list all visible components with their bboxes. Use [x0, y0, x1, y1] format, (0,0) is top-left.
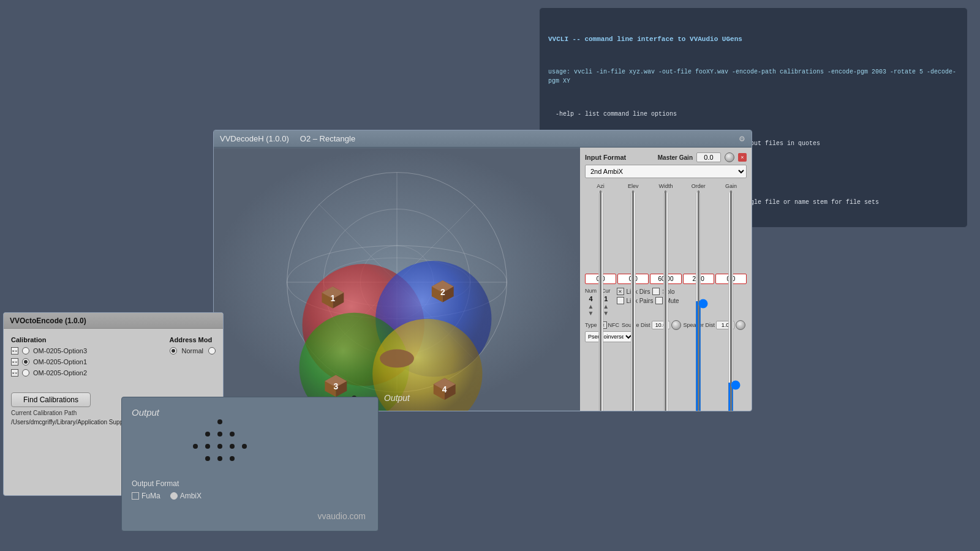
normal-radio[interactable] — [170, 347, 177, 354]
svg-point-54 — [205, 456, 210, 461]
settings-icon[interactable]: ⚙ — [739, 135, 745, 143]
calibration-title: Calibration — [11, 336, 160, 343]
ambix-radio[interactable] — [170, 492, 178, 500]
order-label: Order — [683, 183, 714, 189]
svg-point-56 — [230, 456, 235, 461]
svg-point-53 — [242, 444, 247, 449]
input-format-label: Input Format — [585, 154, 626, 161]
calib-radio-0[interactable] — [22, 347, 29, 354]
elev-label: Elev — [617, 183, 649, 189]
svg-point-49 — [193, 444, 198, 449]
order-slider-track — [683, 190, 714, 411]
svg-text:2: 2 — [440, 287, 445, 297]
svg-point-14 — [380, 350, 414, 368]
alt-radio[interactable] — [208, 347, 216, 354]
ambix-option: AmbiX — [170, 492, 202, 500]
decode-title: VVDecodeH (1.0.0) O2 – Rectangle — [220, 134, 734, 143]
azi-label: Azi — [585, 183, 616, 189]
svg-point-50 — [205, 444, 210, 449]
calib-radio-1[interactable] — [22, 358, 29, 365]
input-format-select[interactable]: 2nd AmbiX 1st AmbiX FuMa — [585, 165, 747, 178]
svg-point-48 — [230, 432, 235, 437]
right-panel: Input Format Master Gain 0.0 × 2nd AmbiX… — [580, 148, 752, 411]
master-gain-label: Master Gain — [658, 154, 693, 161]
encode-titlebar: VVOctoEncode (1.0.0) — [4, 313, 223, 329]
sliders-container — [585, 190, 747, 270]
close-button[interactable]: × — [738, 153, 747, 162]
azi-slider[interactable] — [595, 190, 607, 411]
fuma-option: FuMa — [132, 492, 160, 500]
calib-item-1: × OM-0205-Option1 — [11, 358, 160, 365]
order-slider[interactable] — [692, 190, 704, 411]
calib-radio-2[interactable] — [22, 369, 29, 377]
ambix-label: AmbiX — [180, 492, 202, 500]
decode-body: 1 2 3 — [214, 148, 752, 411]
svg-point-47 — [217, 432, 222, 437]
width-slider-track — [650, 190, 681, 411]
elev-slider-track — [617, 190, 649, 411]
calib-checkbox-1[interactable]: × — [11, 358, 18, 365]
azi-slider-track — [585, 190, 616, 411]
calib-item-2: × OM-0205-Option2 — [11, 369, 160, 377]
sliders-header: Azi Elev Width Order Gain — [585, 183, 747, 189]
gain-slider-track — [715, 190, 747, 411]
svg-point-55 — [217, 456, 222, 461]
normal-label: Normal — [182, 347, 203, 354]
master-gain-knob[interactable] — [725, 152, 734, 162]
master-gain-value[interactable]: 0.0 — [696, 152, 721, 162]
gain-slider[interactable] — [725, 190, 737, 411]
output-panel: Output Output Format FuMa AmbiX vva — [121, 397, 379, 531]
vvaudio-label: vvaudio.com — [317, 511, 366, 521]
terminal-title: VVCLI -- command line interface to VVAud… — [548, 34, 959, 45]
width-slider[interactable] — [660, 190, 672, 411]
svg-point-45 — [217, 419, 222, 424]
calib-name-0: OM-0205-Option3 — [33, 347, 87, 354]
address-mode-title: Address Mod — [170, 336, 216, 343]
svg-point-52 — [230, 444, 235, 449]
terminal-help-0: -help - list command line options — [548, 110, 959, 119]
calib-name-2: OM-0205-Option2 — [33, 369, 87, 377]
address-mode-section: Address Mod Normal — [170, 336, 216, 380]
calib-item-0: × OM-0205-Option3 — [11, 347, 160, 354]
gain-label: Gain — [715, 183, 747, 189]
svg-text:4: 4 — [442, 384, 447, 394]
svg-text:3: 3 — [333, 381, 338, 391]
viz-area: 1 2 3 — [214, 148, 580, 411]
svg-point-46 — [205, 432, 210, 437]
viz-svg: 1 2 3 — [214, 148, 580, 411]
terminal-usage: usage: vvcli -in-file xyz.wav -out-file … — [548, 67, 959, 86]
find-calibrations-button[interactable]: Find Calibrations — [11, 392, 91, 407]
svg-text:Output: Output — [384, 393, 410, 403]
fuma-label: FuMa — [141, 492, 160, 500]
svg-point-51 — [217, 444, 222, 449]
svg-text:1: 1 — [330, 293, 335, 303]
output-dot-pattern — [159, 416, 281, 465]
fuma-radio[interactable] — [132, 492, 139, 500]
decode-titlebar: VVDecodeH (1.0.0) O2 – Rectangle ⚙ — [214, 130, 752, 148]
format-options-row: FuMa AmbiX — [132, 492, 202, 500]
address-options: Normal — [170, 347, 216, 354]
encode-title: VVOctoEncode (1.0.0) — [10, 317, 86, 325]
output-format-title: Output Format — [132, 479, 202, 488]
calib-checkbox-0[interactable]: × — [11, 347, 18, 354]
calibration-section: Calibration × OM-0205-Option3 × OM-0205-… — [11, 336, 160, 380]
decode-window: VVDecodeH (1.0.0) O2 – Rectangle ⚙ — [213, 130, 752, 411]
calib-checkbox-2[interactable]: × — [11, 369, 18, 377]
width-label: Width — [650, 183, 681, 189]
encode-body: Calibration × OM-0205-Option3 × OM-0205-… — [4, 329, 223, 388]
calib-name-1: OM-0205-Option1 — [33, 358, 87, 365]
elev-slider[interactable] — [627, 190, 639, 411]
